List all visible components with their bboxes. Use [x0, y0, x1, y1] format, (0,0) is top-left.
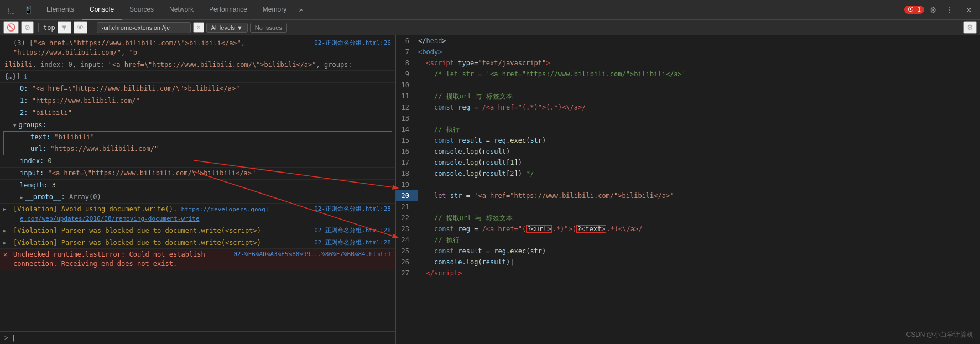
source-line-6: 6 </head>: [396, 35, 980, 46]
line-number: 27: [396, 268, 418, 279]
source-line-23: 23 const reg = /<a href="(?<url>.*)">(?<…: [396, 223, 980, 234]
line-content: let str = '<a href="https://www.bilibili…: [418, 190, 674, 201]
console-cursor[interactable]: |: [12, 334, 15, 342]
line-content: // 执行: [418, 234, 460, 246]
tab-elements[interactable]: Elements: [39, 0, 82, 20]
console-filter-input[interactable]: [97, 22, 191, 33]
context-dropdown[interactable]: ▼: [58, 21, 71, 34]
log-entry-2: ilibili, index: 0, input: "<a href=\"htt…: [0, 59, 395, 71]
source-line-7: 7 <body>: [396, 46, 980, 58]
more-options-icon[interactable]: ⋮: [942, 3, 957, 17]
file-ref[interactable]: 02-正则命名分组.html:26: [314, 39, 391, 47]
source-line-27: 27 </script>: [396, 268, 980, 279]
line-number: 6: [396, 35, 418, 46]
top-context-label: top: [43, 24, 55, 32]
violation-link-full[interactable]: e.com/web/updates/2016/08/removing-docum…: [20, 215, 200, 222]
line-content: console.log(result[1]): [418, 157, 522, 168]
log-entry: 02-正则命名分组.html:26 (3) ["<a href=\"https:…: [0, 38, 395, 59]
console-panel: 02-正则命名分组.html:26 (3) ["<a href=\"https:…: [0, 35, 396, 344]
violation-link-1[interactable]: https://developers.googl: [181, 206, 269, 213]
line-number: 7: [396, 46, 418, 58]
line-content: </head>: [418, 35, 446, 46]
eye-icon[interactable]: 👁: [74, 21, 87, 34]
source-line-9: 9 /* let str = '<a href="https://www.bil…: [396, 69, 980, 80]
log-entry-4: 0: "<a href=\"https://www.bilibili.com/\…: [0, 83, 395, 95]
settings-icon[interactable]: ⚙: [926, 3, 940, 17]
source-line-blank1: 10: [396, 80, 980, 91]
tab-console[interactable]: Console: [82, 0, 122, 20]
clear-console-icon[interactable]: 🚫: [3, 21, 19, 34]
console-settings-icon[interactable]: ⚙: [963, 21, 977, 34]
source-line-18: 18 console.log(result[2]) */: [396, 168, 980, 179]
clear-filter-icon[interactable]: ✕: [193, 22, 204, 33]
log-entry-length: length: 3: [0, 180, 395, 192]
line-content: [418, 113, 422, 124]
source-line-16: 16 console.log(result): [396, 146, 980, 157]
log-entry-groups: ▼groups:: [0, 119, 395, 132]
source-line-20: 20 let str = '<a href="https://www.bilib…: [396, 190, 980, 201]
line-content: [418, 80, 422, 91]
line-number: 8: [396, 58, 418, 69]
line-content: console.log(result[2]) */: [418, 168, 534, 179]
error-entry: 02-%E6%AD%A3%E5%88%99...%86%E7%BB%84.htm…: [0, 249, 395, 270]
source-line-24: 24 // 执行: [396, 234, 980, 246]
violation-file-1[interactable]: 02-正则命名分组.html:28: [314, 205, 391, 213]
line-content: <body>: [418, 46, 442, 58]
close-icon[interactable]: ✕: [962, 3, 976, 17]
log-text: (3) [: [13, 39, 33, 47]
line-number: 21: [396, 201, 418, 212]
tab-memory[interactable]: Memory: [255, 0, 294, 20]
line-number: 24: [396, 234, 418, 246]
line-content: const reg = /<a href="(?<url>.*)">(?<tex…: [418, 223, 642, 234]
source-line-14: 14 // 执行: [396, 124, 980, 135]
console-toolbar: 🚫 ⊘ top ▼ 👁 ✕ All levels ▼ No Issues ⚙: [0, 20, 980, 35]
line-content: console.log(result)|: [418, 257, 514, 268]
tab-sources[interactable]: Sources: [122, 0, 161, 20]
devtools-topbar: ⬚ 📱 Elements Console Sources Network Per…: [0, 0, 980, 20]
device-icon[interactable]: 📱: [20, 3, 37, 17]
no-issues-button[interactable]: No Issues: [250, 23, 287, 33]
line-content: [418, 201, 422, 212]
violation-file-2[interactable]: 02-正则命名分组.html:28: [314, 226, 391, 234]
tab-network[interactable]: Network: [161, 0, 201, 20]
toolbar-divider: [38, 23, 39, 32]
line-number: 10: [396, 80, 418, 91]
main-content: 02-正则命名分组.html:26 (3) ["<a href=\"https:…: [0, 35, 980, 344]
error-file[interactable]: 02-%E6%AD%A3%E5%88%99...%86%E7%BB%84.htm…: [233, 250, 391, 258]
line-number: 18: [396, 168, 418, 179]
line-number: 22: [396, 212, 418, 223]
line-content: const result = reg.exec(str): [418, 135, 546, 146]
groups-text-entry: text: "bilibili": [4, 132, 392, 143]
red-box-groups: text: "bilibili" url: "https://www.bilib…: [3, 131, 392, 155]
line-number: 26: [396, 257, 418, 268]
line-number: 16: [396, 146, 418, 157]
source-line-8: 8 <script type="text/javascript">: [396, 58, 980, 69]
line-number: 23: [396, 223, 418, 234]
line-content: // 执行: [418, 124, 460, 135]
line-number: 12: [396, 102, 418, 113]
line-number-active: 20: [396, 190, 418, 201]
line-content: const reg = /<a href="(.*)">(.*)<\/a>/: [418, 102, 586, 113]
line-number: 17: [396, 157, 418, 168]
groups-url-entry: url: "https://www.bilibili.com/": [4, 143, 392, 155]
source-line-22: 22 // 提取url 与 标签文本: [396, 212, 980, 223]
line-content: // 提取url 与 标签文本: [418, 212, 513, 223]
line-number: 25: [396, 246, 418, 257]
line-content: console.log(result): [418, 146, 510, 157]
violation-file-3[interactable]: 02-正则命名分组.html:28: [314, 238, 391, 247]
line-content: <script type="text/javascript">: [418, 58, 550, 69]
log-levels-dropdown[interactable]: All levels ▼: [206, 23, 248, 33]
tab-performance[interactable]: Performance: [201, 0, 255, 20]
source-line-26: 26 console.log(result)|: [396, 257, 980, 268]
line-content: // 提取url 与 标签文本: [418, 91, 513, 102]
log-entry-6: 2: "bilibili": [0, 107, 395, 119]
source-line-blank3: 19: [396, 179, 980, 190]
log-entry-index: index: 0: [0, 155, 395, 168]
console-output: 02-正则命名分组.html:26 (3) ["<a href=\"https:…: [0, 35, 395, 331]
inspect-icon[interactable]: ⬚: [4, 3, 18, 17]
violation-entry-2: 02-正则命名分组.html:28 [Violation] Parser was…: [0, 225, 395, 237]
tab-more[interactable]: »: [294, 0, 307, 20]
line-number: 14: [396, 124, 418, 135]
block-icon[interactable]: ⊘: [21, 21, 34, 34]
source-panel: 6 </head> 7 <body> 8 <script type="text/…: [396, 35, 980, 344]
